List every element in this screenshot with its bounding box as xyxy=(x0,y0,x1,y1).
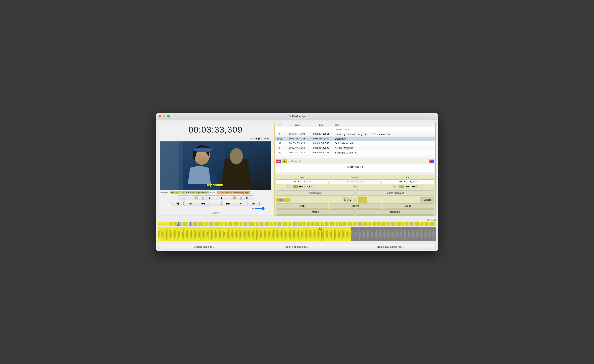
rewind-button[interactable]: ⏪ xyxy=(191,195,203,200)
constraints-button[interactable]: Constraints xyxy=(276,191,355,196)
svg-rect-148 xyxy=(223,229,223,240)
svg-rect-40 xyxy=(321,222,323,225)
change-video-button[interactable]: Change video file... xyxy=(158,244,250,250)
svg-rect-230 xyxy=(289,230,289,238)
next-sub-button[interactable]: ▶| xyxy=(235,201,247,206)
end-label: End xyxy=(382,176,434,179)
infos-button[interactable]: Infos xyxy=(263,137,270,140)
svg-rect-86 xyxy=(173,231,173,238)
prev-sub-start-button[interactable]: ◀| xyxy=(172,201,184,206)
svg-rect-162 xyxy=(234,229,234,240)
lock-duration-button[interactable]: ⊡ xyxy=(353,185,358,188)
table-row[interactable]: 99 00:03:42,971 00:03:45,239 Bienvenue à… xyxy=(275,151,435,155)
subtitle-file-tag: Pan Am - 1x14 - Romance Languages.srt xyxy=(170,191,209,194)
close-button[interactable] xyxy=(159,115,161,118)
subtitle-info: Subtitles : Pan Am - 1x14 - Romance Lang… xyxy=(160,191,271,194)
open-subtitles-button[interactable]: Open a subtitles file... xyxy=(251,244,343,250)
set-start-button[interactable]: ● xyxy=(293,185,298,188)
bottom-toolbar-row1: ▶ ◀ → Export xyxy=(275,197,435,203)
play-from-end-button[interactable]: ◀◀ xyxy=(411,185,417,188)
svg-rect-15 xyxy=(198,222,203,225)
table-row[interactable]: 97 00:03:35,429 00:03:36,563 Oui, mais l… xyxy=(275,141,435,146)
resync-button[interactable]: ReSync xyxy=(329,203,381,209)
jump-to-sub-button[interactable]: ↑ xyxy=(209,201,222,206)
svg-rect-137 xyxy=(214,230,214,238)
svg-rect-259 xyxy=(312,229,312,240)
svg-rect-83 xyxy=(170,230,171,238)
prev-end-button[interactable]: ●← xyxy=(392,185,398,188)
speed-slider[interactable] xyxy=(255,207,271,210)
close-button-right[interactable]: Close xyxy=(382,203,434,209)
step-back-button[interactable]: ◀ xyxy=(203,195,215,200)
origin-button[interactable]: Origin xyxy=(253,137,262,140)
skip-to-start-button[interactable]: ⏮ xyxy=(178,195,190,200)
yellow-flag-button[interactable]: ▶ xyxy=(282,159,287,163)
speed-value-label: 1x xyxy=(252,207,254,210)
next-sub-end-button[interactable]: |▶ xyxy=(248,201,260,206)
table-row[interactable]: 95 00:03:31,093 00:03:33,061 Eh bien, je… xyxy=(275,132,435,137)
timecode-display: 00:03:33,309 xyxy=(160,124,271,136)
next-end-button[interactable]: →→ xyxy=(417,185,424,188)
svg-rect-245 xyxy=(301,228,301,240)
play-to-end-button[interactable]: ◀◀ xyxy=(404,185,410,188)
svg-rect-183 xyxy=(251,229,251,239)
create-subtitle-button[interactable]: Create new subtitle file... xyxy=(344,244,436,250)
svg-rect-142 xyxy=(218,231,218,238)
svg-rect-315 xyxy=(357,231,357,237)
play-to-start-button[interactable]: ←▶ xyxy=(305,185,312,188)
sub-marker-right-button[interactable] xyxy=(358,197,367,203)
edit-format-button[interactable]: ■ xyxy=(429,159,434,163)
maximize-button[interactable] xyxy=(167,115,170,118)
prev-start-button[interactable]: ← xyxy=(287,185,292,188)
sub-marker-left-button[interactable] xyxy=(276,198,290,202)
search-replace-button[interactable]: Search / Replace xyxy=(356,191,434,196)
timeline-track[interactable] xyxy=(158,222,436,226)
play-from-start-button[interactable]: ▶← xyxy=(298,185,305,188)
svg-rect-209 xyxy=(272,230,272,238)
svg-rect-214 xyxy=(276,230,276,239)
prev-sub-button[interactable]: |◀ xyxy=(184,201,196,206)
svg-rect-196 xyxy=(261,232,262,237)
skip-to-end-button[interactable]: ⏭ xyxy=(241,195,253,200)
svg-rect-23 xyxy=(240,222,242,225)
frame-back-button[interactable]: ◀◀ xyxy=(197,201,209,206)
cell-text: Eh bien, je suppose que je suis ton futu… xyxy=(333,132,435,137)
set-end-button[interactable]: → xyxy=(399,185,404,188)
play-button[interactable]: ▶ xyxy=(216,195,228,200)
start-time-input[interactable] xyxy=(276,179,328,184)
split-button[interactable]: Split xyxy=(276,203,328,209)
svg-rect-401 xyxy=(426,232,426,237)
svg-rect-49 xyxy=(363,222,367,225)
table-row[interactable]: dernier à Dallas. xyxy=(275,127,435,132)
media-forward-button[interactable]: → xyxy=(353,198,357,202)
svg-rect-24 xyxy=(244,222,247,225)
merge-button[interactable]: Merge xyxy=(276,209,355,215)
svg-rect-385 xyxy=(413,231,414,237)
table-row[interactable]: 98 00:03:41,669 00:03:42,903 "Clipper Ma… xyxy=(275,146,435,151)
export-button[interactable]: Export xyxy=(420,197,434,203)
svg-rect-41 xyxy=(325,222,328,225)
flag-icon-button[interactable]: ■■ xyxy=(276,159,281,163)
subtitle-table[interactable]: N° Start End Text dernier à Dallas. xyxy=(275,122,435,158)
minimize-button[interactable] xyxy=(163,115,165,118)
svg-rect-364 xyxy=(396,231,397,237)
translate-button[interactable]: Translate xyxy=(356,209,434,215)
svg-rect-405 xyxy=(429,230,430,238)
waveform-track[interactable] xyxy=(158,227,436,241)
end-time-input[interactable] xyxy=(382,179,434,184)
fast-forward-button[interactable]: ⏩ xyxy=(229,195,241,200)
svg-rect-153 xyxy=(227,230,227,238)
subtitle-text-input[interactable]: Déprimant ! xyxy=(276,164,434,173)
svg-rect-306 xyxy=(350,230,350,238)
frame-forward-button[interactable]: ▶▶ xyxy=(222,201,234,206)
media-back-button[interactable]: ◀ xyxy=(348,198,352,202)
table-row-selected[interactable]: 96 00:03:33,128 00:03:35,362 Déprimant ! xyxy=(275,137,435,141)
media-play-button[interactable]: ▶ xyxy=(343,198,348,202)
svg-rect-198 xyxy=(263,231,263,238)
col-header-start: Start xyxy=(285,122,309,127)
svg-rect-72 xyxy=(162,231,162,238)
next-start-button[interactable]: → xyxy=(312,185,317,188)
svg-rect-151 xyxy=(225,230,225,238)
svg-rect-21 xyxy=(229,222,232,225)
svg-rect-92 xyxy=(178,229,178,240)
